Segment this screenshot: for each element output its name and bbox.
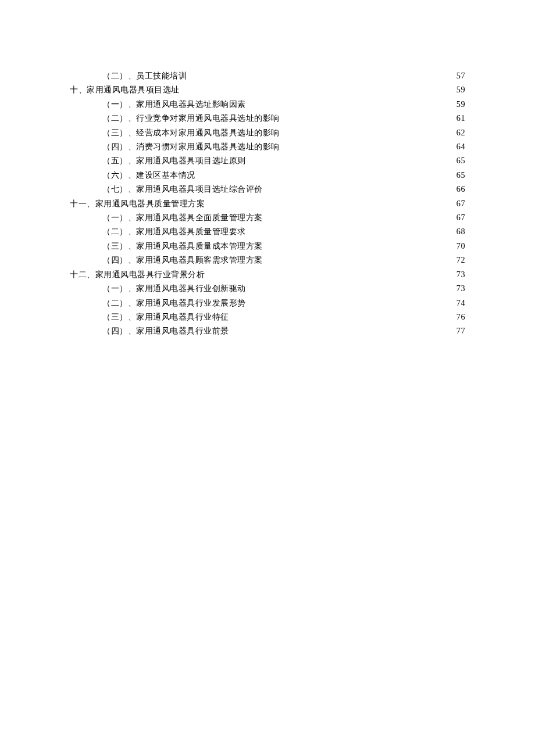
toc-entry: （六）、建设区基本情况65 xyxy=(70,168,465,182)
toc-entry: （二）、家用通风电器具质量管理要求68 xyxy=(70,224,465,238)
toc-entry-label: （二）、员工技能培训 xyxy=(102,69,187,83)
toc-entry: （三）、家用通风电器具行业特征76 xyxy=(70,310,465,324)
toc-entry-page: 59 xyxy=(456,83,465,96)
toc-entry-label: （四）、家用通风电器具行业前景 xyxy=(102,324,229,338)
toc-entry-page: 57 xyxy=(456,69,465,83)
toc-entry: （五）、家用通风电器具项目选址原则65 xyxy=(70,153,465,167)
toc-entry-page: 67 xyxy=(456,196,465,210)
toc-entry-label: （五）、家用通风电器具项目选址原则 xyxy=(102,153,246,167)
toc-entry-page: 74 xyxy=(456,296,465,310)
toc-entry-label: （四）、家用通风电器具顾客需求管理方案 xyxy=(102,253,263,267)
toc-entry: （二）、家用通风电器具行业发展形势74 xyxy=(70,296,465,310)
toc-entry-label: （二）、家用通风电器具行业发展形势 xyxy=(102,296,246,310)
toc-entry-page: 76 xyxy=(456,310,465,324)
toc-entry: （二）、员工技能培训57 xyxy=(70,69,465,83)
toc-entry-label: （一）、家用通风电器具行业创新驱动 xyxy=(102,281,246,295)
toc-entry-label: （四）、消费习惯对家用通风电器具选址的影响 xyxy=(102,139,280,153)
toc-entry: （二）、行业竞争对家用通风电器具选址的影响61 xyxy=(70,111,465,125)
toc-entry-page: 72 xyxy=(456,253,465,267)
toc-entry-page: 73 xyxy=(456,267,465,281)
toc-entry: 十一、家用通风电器具质量管理方案67 xyxy=(70,196,465,210)
toc-entry-label: （三）、家用通风电器具行业特征 xyxy=(102,310,229,324)
toc-entry: 十二、家用通风电器具行业背景分析73 xyxy=(70,267,465,281)
toc-entry-page: 65 xyxy=(456,153,465,167)
toc-entry-label: （一）、家用通风电器具选址影响因素 xyxy=(102,97,246,111)
toc-entry-label: （七）、家用通风电器具项目选址综合评价 xyxy=(102,182,263,196)
toc-entry-page: 70 xyxy=(456,239,465,253)
toc-entry: 十、家用通风电器具项目选址59 xyxy=(70,83,465,96)
toc-entry-page: 73 xyxy=(456,281,465,295)
toc-entry-page: 67 xyxy=(456,210,465,224)
toc-entry: （三）、经营成本对家用通风电器具选址的影响62 xyxy=(70,126,465,139)
toc-entry: （一）、家用通风电器具全面质量管理方案67 xyxy=(70,210,465,224)
toc-entry-page: 61 xyxy=(456,111,465,125)
toc-entry-page: 59 xyxy=(456,97,465,111)
toc-entry-page: 68 xyxy=(456,224,465,238)
toc-entry: （一）、家用通风电器具选址影响因素59 xyxy=(70,97,465,111)
toc-entry-label: 十二、家用通风电器具行业背景分析 xyxy=(70,267,205,281)
toc-entry: （四）、消费习惯对家用通风电器具选址的影响64 xyxy=(70,139,465,153)
toc-entry-label: （六）、建设区基本情况 xyxy=(102,168,195,182)
toc-entry-page: 65 xyxy=(456,168,465,182)
toc-entry-label: 十一、家用通风电器具质量管理方案 xyxy=(70,196,205,210)
toc-entry-label: （三）、经营成本对家用通风电器具选址的影响 xyxy=(102,126,280,139)
toc-entry-page: 62 xyxy=(456,126,465,139)
toc-entry: （七）、家用通风电器具项目选址综合评价66 xyxy=(70,182,465,196)
toc-entry: （四）、家用通风电器具行业前景77 xyxy=(70,324,465,338)
toc-entry-page: 64 xyxy=(456,139,465,153)
toc-entry: （一）、家用通风电器具行业创新驱动73 xyxy=(70,281,465,295)
toc-entry-label: 十、家用通风电器具项目选址 xyxy=(70,83,180,96)
toc-entry: （四）、家用通风电器具顾客需求管理方案72 xyxy=(70,253,465,267)
toc-entry-label: （三）、家用通风电器具质量成本管理方案 xyxy=(102,239,263,253)
table-of-contents: （二）、员工技能培训57十、家用通风电器具项目选址59（一）、家用通风电器具选址… xyxy=(70,69,465,338)
toc-entry-page: 77 xyxy=(456,324,465,338)
toc-entry-label: （二）、行业竞争对家用通风电器具选址的影响 xyxy=(102,111,280,125)
page-content: （二）、员工技能培训57十、家用通风电器具项目选址59（一）、家用通风电器具选址… xyxy=(0,0,535,338)
toc-entry-page: 66 xyxy=(456,182,465,196)
toc-entry: （三）、家用通风电器具质量成本管理方案70 xyxy=(70,239,465,253)
toc-entry-label: （二）、家用通风电器具质量管理要求 xyxy=(102,224,246,238)
toc-entry-label: （一）、家用通风电器具全面质量管理方案 xyxy=(102,210,263,224)
